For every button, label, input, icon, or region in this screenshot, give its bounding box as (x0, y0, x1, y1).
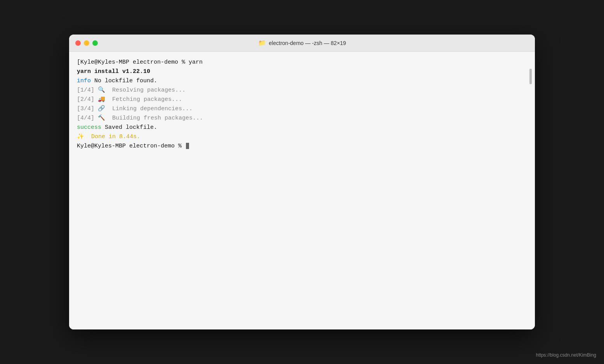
traffic-lights (75, 40, 98, 46)
terminal-line-step1: [1/4] 🔍 Resolving packages... (77, 86, 527, 95)
scrollbar[interactable] (529, 69, 532, 84)
terminal-line-step2: [2/4] 🚚 Fetching packages... (77, 95, 527, 104)
terminal-line-done: ✨ Done in 8.44s. (77, 132, 527, 142)
title-bar: 📁 electron-demo — -zsh — 82×19 (69, 35, 535, 52)
cursor (186, 143, 189, 149)
terminal-line-prompt: Kyle@Kyles-MBP electron-demo % (77, 142, 527, 151)
terminal-line-step4: [4/4] 🔨 Building fresh packages... (77, 114, 527, 123)
success-label: success (77, 124, 101, 131)
terminal-line-cmd: [Kyle@Kyles-MBP electron-demo % yarn (77, 58, 527, 67)
terminal-line-step3: [3/4] 🔗 Linking dependencies... (77, 104, 527, 114)
folder-icon: 📁 (258, 39, 266, 47)
terminal-line-info: info No lockfile found. (77, 76, 527, 86)
terminal-line-success: success Saved lockfile. (77, 123, 527, 132)
close-button[interactable] (75, 40, 81, 46)
maximize-button[interactable] (92, 40, 98, 46)
window-title: electron-demo — -zsh — 82×19 (269, 40, 346, 46)
terminal-line-yarn-install: yarn install v1.22.10 (77, 67, 527, 76)
title-bar-title: 📁 electron-demo — -zsh — 82×19 (258, 39, 346, 47)
terminal-window: 📁 electron-demo — -zsh — 82×19 [Kyle@Kyl… (69, 35, 535, 329)
watermark: https://blog.csdn.net/KimBing (536, 352, 596, 358)
info-label: info (77, 78, 91, 84)
terminal-body[interactable]: [Kyle@Kyles-MBP electron-demo % yarn yar… (69, 52, 535, 329)
minimize-button[interactable] (84, 40, 89, 46)
